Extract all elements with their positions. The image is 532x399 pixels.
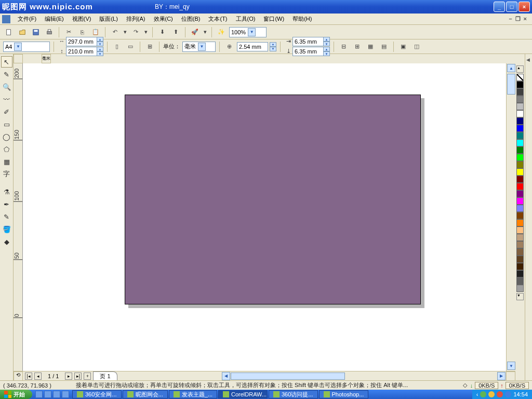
taskbar-item[interactable]: 360访问提... — [269, 390, 318, 398]
color-swatch[interactable] — [516, 183, 524, 190]
scroll-up-button[interactable]: ▲ — [507, 64, 515, 72]
color-swatch[interactable] — [516, 263, 524, 270]
portrait-button[interactable]: ▯ — [111, 41, 123, 52]
taskbar-item[interactable]: Photoshop... — [319, 390, 368, 398]
doc-restore-button[interactable]: ❐ — [515, 16, 521, 22]
color-swatch[interactable] — [516, 277, 524, 285]
snap-button-1[interactable]: ⊟ — [338, 41, 349, 52]
taskbar-item[interactable]: 昵图网会... — [123, 390, 168, 398]
scroll-down-button[interactable]: ▼ — [507, 362, 515, 370]
spin-down[interactable]: ▼ — [270, 47, 276, 51]
ql-item[interactable] — [53, 391, 60, 398]
add-page-button[interactable]: + — [84, 373, 91, 380]
color-swatch[interactable] — [516, 161, 524, 168]
nudge-input[interactable]: 2.54 mm — [237, 42, 268, 51]
pages-icon[interactable]: ⊞ — [144, 41, 155, 52]
options-button-2[interactable]: ◫ — [411, 41, 422, 52]
color-swatch[interactable] — [516, 103, 524, 110]
options-button-1[interactable]: ▣ — [397, 41, 409, 52]
paste-button[interactable]: 📋 — [90, 26, 101, 38]
doc-close-button[interactable]: × — [524, 16, 527, 22]
color-swatch[interactable] — [516, 125, 524, 132]
snap-button-2[interactable]: ⊞ — [351, 41, 363, 52]
palette-up-button[interactable]: ▲ — [516, 65, 524, 73]
taskbar-item[interactable]: 发表主题_... — [169, 390, 217, 398]
docker-handle[interactable]: ◀ — [525, 54, 532, 380]
menu-text[interactable]: 文本(T) — [204, 14, 231, 24]
color-swatch[interactable] — [516, 190, 524, 197]
tray-expand-icon[interactable]: ‹ — [476, 391, 478, 397]
vscroll-thumb[interactable] — [507, 74, 515, 95]
menu-bitmap[interactable]: 位图(B) — [177, 14, 205, 24]
menu-arrange[interactable]: 排列(A) — [122, 14, 150, 24]
interactive-fill-tool[interactable]: ◆ — [1, 236, 12, 247]
landscape-button[interactable]: ▭ — [125, 41, 136, 52]
color-swatch[interactable] — [516, 117, 524, 125]
drawing-canvas[interactable] — [23, 63, 506, 371]
scroll-right-button[interactable]: ▶ — [497, 372, 506, 380]
taskbar-item[interactable]: CorelDRAW... — [218, 390, 268, 398]
snap-button-4[interactable]: ▤ — [378, 41, 390, 52]
outline-tool[interactable]: ✎ — [1, 211, 12, 222]
print-button[interactable] — [44, 26, 55, 38]
eyedropper-tool[interactable]: ✒ — [1, 198, 12, 210]
wand-icon[interactable]: ✨ — [216, 26, 227, 38]
color-swatch[interactable] — [516, 234, 524, 241]
text-tool[interactable]: 字 — [1, 168, 12, 180]
page-width-input[interactable]: 297.0 mm — [66, 37, 97, 46]
color-swatch[interactable] — [516, 139, 524, 147]
ellipse-tool[interactable]: ◯ — [1, 131, 12, 142]
zoom-combo[interactable]: 100%▼ — [229, 27, 267, 37]
spin-down[interactable]: ▼ — [323, 42, 330, 46]
snap-button-3[interactable]: ▦ — [365, 41, 376, 52]
color-swatch[interactable] — [516, 176, 524, 183]
menu-tools[interactable]: 工具(O) — [232, 14, 260, 24]
menu-help[interactable]: 帮助(H) — [288, 14, 316, 24]
color-swatch[interactable] — [516, 270, 524, 277]
undo-dropdown[interactable]: ▾ — [123, 26, 128, 38]
color-swatch[interactable] — [516, 88, 524, 96]
menu-view[interactable]: 视图(V) — [68, 14, 96, 24]
horizontal-scrollbar[interactable]: ◀ ▶ — [221, 371, 506, 381]
cut-button[interactable]: ✂ — [63, 26, 74, 38]
blend-tool[interactable]: ⚗ — [1, 186, 12, 197]
ql-item[interactable] — [44, 391, 51, 398]
freehand-tool[interactable]: 〰 — [1, 94, 12, 105]
color-swatch[interactable] — [516, 154, 524, 161]
color-swatch[interactable] — [516, 248, 524, 256]
menu-layout[interactable]: 版面(L) — [95, 14, 122, 24]
palette-down-button[interactable]: ▼ — [516, 293, 524, 300]
spin-up[interactable]: ▲ — [270, 42, 276, 47]
color-swatch[interactable] — [516, 110, 524, 117]
paper-combo[interactable]: A4▼ — [3, 42, 50, 52]
rectangle-object[interactable] — [125, 95, 421, 304]
ql-item[interactable] — [62, 391, 69, 398]
minimize-button[interactable]: _ — [494, 2, 505, 12]
spin-up[interactable]: ▲ — [323, 37, 330, 42]
export-button[interactable]: ⬆ — [170, 26, 181, 38]
prev-page-button[interactable]: ◂ — [34, 373, 42, 380]
import-button[interactable]: ⬇ — [156, 26, 168, 38]
color-swatch[interactable] — [516, 219, 524, 227]
pick-tool[interactable]: ↖ — [1, 56, 12, 68]
spin-down[interactable]: ▼ — [97, 42, 103, 46]
ql-item[interactable] — [35, 391, 43, 398]
color-swatch[interactable] — [516, 147, 524, 154]
color-swatch[interactable] — [516, 168, 524, 176]
new-button[interactable] — [3, 26, 15, 38]
resize-corner[interactable] — [506, 371, 515, 381]
menu-edit[interactable]: 编辑(E) — [41, 14, 68, 24]
color-swatch[interactable] — [516, 132, 524, 139]
tray-icon[interactable] — [488, 391, 495, 397]
color-swatch[interactable] — [516, 205, 524, 212]
doc-minimize-button[interactable]: – — [509, 16, 512, 22]
tray-icon[interactable] — [505, 391, 511, 397]
page-tab-1[interactable]: 页 1 — [93, 371, 117, 381]
dup-x-input[interactable]: 6.35 mm — [292, 37, 324, 46]
color-swatch[interactable] — [516, 212, 524, 219]
color-swatch[interactable] — [516, 96, 524, 103]
undo-button[interactable]: ↶ — [109, 26, 121, 38]
unit-combo[interactable]: 毫米▼ — [182, 42, 216, 52]
app-launcher-button[interactable]: 🚀 — [189, 26, 201, 38]
menu-file[interactable]: 文件(F) — [14, 14, 41, 24]
